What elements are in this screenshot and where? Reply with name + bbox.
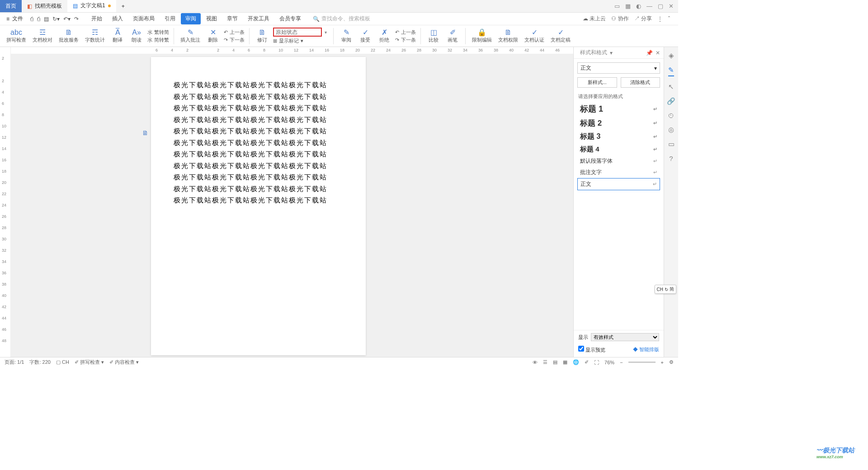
menu-tab-3[interactable]: 引用 bbox=[160, 13, 180, 24]
translate-button[interactable]: A̅翻译 bbox=[109, 28, 126, 43]
tab-new[interactable]: + bbox=[116, 0, 130, 12]
avatar-icon[interactable]: ◐ bbox=[636, 3, 641, 9]
command-search[interactable]: 🔍 查找命令、搜索模板 bbox=[313, 15, 370, 23]
style-item[interactable]: 正文↵ bbox=[577, 178, 660, 190]
review-service-button[interactable]: 🗎批改服务 bbox=[57, 28, 80, 43]
view-mode5-icon[interactable]: ✐ bbox=[585, 359, 589, 365]
view-mode2-icon[interactable]: ▤ bbox=[553, 359, 557, 365]
doc-line[interactable]: 极光下载站极光下载站极光下载站极光下载站 bbox=[174, 195, 343, 207]
tab-templates[interactable]: ◧ 找稻壳模板 bbox=[22, 0, 67, 12]
refresh-icon[interactable]: ↻▾ bbox=[52, 16, 60, 22]
proofread-button[interactable]: ☲文档校对 bbox=[31, 28, 54, 43]
save-icon[interactable]: ⎙ bbox=[30, 16, 33, 22]
location-icon[interactable]: ◎ bbox=[668, 126, 674, 134]
status-content-check[interactable]: ✐ 内容检查 ▾ bbox=[109, 359, 139, 366]
view-mode1-icon[interactable]: ☰ bbox=[543, 359, 547, 365]
book-icon[interactable]: ▭ bbox=[668, 140, 675, 148]
style-item[interactable]: 标题 4↵ bbox=[577, 143, 660, 155]
menu-tab-8[interactable]: 会员专享 bbox=[275, 13, 306, 24]
document-page[interactable]: 极光下载站极光下载站极光下载站极光下载站极光下载站极光下载站极光下载站极光下载站… bbox=[151, 57, 366, 355]
status-page[interactable]: 页面: 1/1 bbox=[5, 359, 24, 366]
wordcount-button[interactable]: ☶字数统计 bbox=[83, 28, 107, 43]
read-button[interactable]: A»朗读 bbox=[128, 28, 145, 43]
help-icon[interactable]: ? bbox=[669, 155, 673, 162]
diamond-icon[interactable]: ◈ bbox=[669, 52, 674, 60]
doc-line[interactable]: 极光下载站极光下载站极光下载站极光下载站 bbox=[174, 160, 343, 172]
tab-home[interactable]: 首页 bbox=[0, 0, 22, 12]
preview-checkbox[interactable]: 显示预览 bbox=[578, 346, 605, 353]
menu-hamburger[interactable]: ≡ 文件 bbox=[4, 15, 26, 23]
view-mode3-icon[interactable]: ▦ bbox=[563, 359, 567, 365]
style-item[interactable]: 默认段落字体↵ bbox=[577, 155, 660, 167]
doc-line[interactable]: 极光下载站极光下载站极光下载站极光下载站 bbox=[174, 172, 343, 183]
doc-line[interactable]: 极光下载站极光下载站极光下载站极光下载站 bbox=[174, 126, 343, 137]
brush-button[interactable]: ✐画笔 bbox=[444, 28, 461, 43]
doc-line[interactable]: 极光下载站极光下载站极光下载站极光下载站 bbox=[174, 80, 343, 91]
menu-tab-7[interactable]: 开发工具 bbox=[243, 13, 274, 24]
permission-button[interactable]: 🗎文档权限 bbox=[496, 28, 520, 43]
reject-button[interactable]: ✗拒绝 bbox=[376, 28, 392, 43]
review-button[interactable]: ✎审阅 bbox=[338, 28, 354, 43]
style-item[interactable]: 批注文字↵ bbox=[577, 167, 660, 178]
clock-icon[interactable]: ⏲ bbox=[668, 112, 675, 119]
fit-icon[interactable]: ⛶ bbox=[594, 360, 599, 365]
print-icon[interactable]: ⎙ bbox=[37, 16, 40, 22]
show-markup-button[interactable]: ⊞显示标记 ▾ bbox=[273, 38, 329, 44]
status-lang[interactable]: ▢ CH bbox=[56, 359, 69, 365]
compare-button[interactable]: ◫比较 bbox=[425, 28, 442, 43]
pin-icon[interactable]: 📌 bbox=[646, 50, 653, 56]
share-button[interactable]: ↗ 分享 bbox=[634, 15, 652, 23]
style-item[interactable]: 标题 2↵ bbox=[577, 116, 660, 130]
menu-tab-0[interactable]: 开始 bbox=[87, 13, 107, 24]
menu-tab-4[interactable]: 审阅 bbox=[181, 13, 201, 24]
tab-doc1[interactable]: ▤ 文字文稿1 bbox=[67, 0, 116, 12]
doc-line[interactable]: 极光下载站极光下载站极光下载站极光下载站 bbox=[174, 114, 343, 126]
zoom-slider[interactable] bbox=[628, 362, 656, 363]
grid2-icon[interactable]: ▦ bbox=[625, 3, 631, 9]
chevron-down-icon[interactable]: ▾ bbox=[323, 30, 329, 35]
current-style-select[interactable]: 正文 ▾ bbox=[577, 62, 660, 74]
close-icon[interactable]: ✕ bbox=[669, 3, 674, 9]
spellcheck-button[interactable]: abc拼写检查 bbox=[5, 28, 28, 43]
doc-line[interactable]: 极光下载站极光下载站极光下载站极光下载站 bbox=[174, 137, 343, 149]
close-panel-icon[interactable]: ✕ bbox=[656, 50, 660, 56]
new-style-button[interactable]: 新样式... bbox=[577, 77, 617, 88]
maximize-icon[interactable]: ▢ bbox=[658, 3, 663, 9]
doc-line[interactable]: 极光下载站极光下载站极光下载站极光下载站 bbox=[174, 91, 343, 103]
menu-tab-2[interactable]: 页面布局 bbox=[128, 13, 159, 24]
redo-icon[interactable]: ↷ bbox=[74, 16, 79, 22]
restrict-edit-button[interactable]: 🔒限制编辑 bbox=[470, 28, 494, 43]
more-icon[interactable]: ⋮ bbox=[657, 16, 663, 22]
ime-indicator[interactable]: CH↻简 bbox=[655, 285, 676, 294]
cursor-icon[interactable]: ↖ bbox=[668, 83, 674, 91]
style-filter-select[interactable]: 有效样式 bbox=[591, 333, 659, 341]
delete-comment-button[interactable]: ✕删除 bbox=[205, 28, 221, 43]
prev-comment-button[interactable]: ↶上一条 bbox=[224, 29, 245, 36]
revision-state-select[interactable]: 原始状态 bbox=[273, 28, 322, 37]
zoom-out-icon[interactable]: − bbox=[620, 360, 623, 365]
style-item[interactable]: 标题 1↵ bbox=[577, 102, 660, 116]
accept-button[interactable]: ✓接受 bbox=[357, 28, 373, 43]
chevron-up-icon[interactable]: ˆ bbox=[668, 16, 670, 22]
next-comment-button[interactable]: ↷下一条 bbox=[224, 37, 245, 43]
cloud-status[interactable]: ☁ 未上云 bbox=[583, 15, 606, 23]
authenticate-button[interactable]: ✓文档认证 bbox=[523, 28, 546, 43]
doc-line[interactable]: 极光下载站极光下载站极光下载站极光下载站 bbox=[174, 183, 343, 195]
minimize-icon[interactable]: — bbox=[646, 3, 652, 9]
zoom-in-icon[interactable]: + bbox=[661, 360, 664, 365]
settings-icon[interactable]: ⚙ bbox=[669, 359, 674, 365]
preview-icon[interactable]: ▤ bbox=[44, 16, 49, 22]
collab-button[interactable]: ⚇ 协作 bbox=[611, 15, 628, 23]
status-spellcheck[interactable]: ✐ 拼写检查 ▾ bbox=[75, 359, 104, 366]
view-mode4-icon[interactable]: 🌐 bbox=[573, 359, 579, 365]
clear-format-button[interactable]: 清除格式 bbox=[621, 77, 660, 88]
insert-comment-button[interactable]: ✎插入批注 bbox=[179, 28, 202, 43]
revise-button[interactable]: 🗎修订 bbox=[254, 28, 270, 43]
eye-icon[interactable]: 👁 bbox=[533, 360, 538, 365]
doc-line[interactable]: 极光下载站极光下载站极光下载站极光下载站 bbox=[174, 103, 343, 114]
doc-line[interactable]: 极光下载站极光下载站极光下载站极光下载站 bbox=[174, 149, 343, 160]
zoom-value[interactable]: 76% bbox=[604, 360, 614, 365]
style-item[interactable]: 标题 3↵ bbox=[577, 130, 660, 143]
status-words[interactable]: 字数: 220 bbox=[29, 359, 50, 366]
link-icon[interactable]: 🔗 bbox=[667, 97, 675, 105]
